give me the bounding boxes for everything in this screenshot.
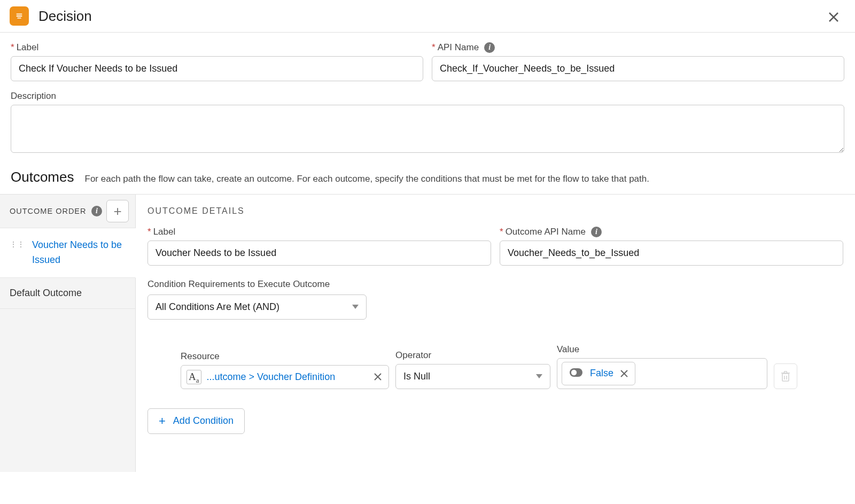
text-type-icon: Aa xyxy=(186,370,201,384)
info-icon[interactable]: i xyxy=(484,42,495,53)
operator-value: Is Null xyxy=(403,371,430,382)
sidebar-item-default-outcome[interactable]: Default Outcome xyxy=(0,278,135,309)
svg-rect-12 xyxy=(782,374,789,381)
info-icon[interactable]: i xyxy=(91,206,102,216)
condition-requirements-value: All Conditions Are Met (AND) xyxy=(156,301,279,313)
value-pill[interactable]: False xyxy=(562,362,635,385)
condition-requirements-select[interactable]: All Conditions Are Met (AND) xyxy=(147,294,367,320)
decision-icon xyxy=(10,6,29,26)
modal-header: Decision xyxy=(0,0,855,33)
operator-column-label: Operator xyxy=(395,350,550,361)
svg-point-9 xyxy=(571,369,577,375)
outcomes-title: Outcomes xyxy=(11,169,74,185)
outcome-api-name-field-label: *Outcome API Name i xyxy=(500,227,843,237)
drag-handle-icon[interactable]: ⋮⋮ xyxy=(10,242,25,246)
label-input[interactable] xyxy=(11,56,423,81)
close-icon xyxy=(620,369,628,378)
plus-icon: + xyxy=(159,415,166,427)
value-text: False xyxy=(590,368,613,379)
plus-icon: + xyxy=(113,204,121,218)
add-condition-button[interactable]: + Add Condition xyxy=(147,408,245,434)
trash-icon xyxy=(780,370,791,382)
description-field-label: Description xyxy=(11,91,844,102)
outcome-label-input[interactable] xyxy=(147,241,491,266)
clear-resource-button[interactable] xyxy=(372,373,383,381)
outcome-details: OUTCOME DETAILS *Label *Outcome API Name… xyxy=(136,195,855,472)
clear-value-button[interactable] xyxy=(619,369,629,378)
sidebar-item-label[interactable]: Default Outcome xyxy=(10,288,82,299)
resource-value: ...utcome > Voucher Definition xyxy=(207,371,367,383)
resource-column-label: Resource xyxy=(181,351,389,362)
value-input[interactable]: False xyxy=(557,358,767,389)
label-field-label: *Label xyxy=(11,42,423,53)
decision-form: *Label *API Name i Description xyxy=(0,33,855,155)
outcome-order-label: OUTCOME ORDER xyxy=(10,207,87,215)
modal-title: Decision xyxy=(38,8,92,25)
outcomes-hint: For each path the flow can take, create … xyxy=(85,174,649,184)
sidebar-item-label[interactable]: Voucher Needs to be Issued xyxy=(32,238,128,268)
chevron-down-icon xyxy=(352,305,359,309)
add-outcome-button[interactable]: + xyxy=(106,200,129,222)
outcome-details-heading: OUTCOME DETAILS xyxy=(147,206,843,216)
api-name-input[interactable] xyxy=(432,56,844,81)
value-column-label: Value xyxy=(557,344,767,355)
toggle-icon xyxy=(568,367,585,381)
close-icon xyxy=(828,11,840,23)
outcomes-heading: Outcomes For each path the flow can take… xyxy=(0,169,855,194)
condition-row: Resource Aa ...utcome > Voucher Definiti… xyxy=(147,344,843,389)
outcome-api-name-input[interactable] xyxy=(500,241,843,266)
operator-select[interactable]: Is Null xyxy=(395,364,550,389)
chevron-down-icon xyxy=(536,374,542,378)
delete-condition-button xyxy=(774,363,797,389)
info-icon[interactable]: i xyxy=(591,227,602,237)
condition-requirements-label: Condition Requirements to Execute Outcom… xyxy=(147,277,367,291)
close-icon xyxy=(374,373,382,381)
outcomes-body: OUTCOME ORDER i + ⋮⋮ Voucher Needs to be… xyxy=(0,194,855,472)
outcome-order-sidebar: OUTCOME ORDER i + ⋮⋮ Voucher Needs to be… xyxy=(0,195,136,472)
close-button[interactable] xyxy=(824,7,843,27)
description-input[interactable] xyxy=(11,105,844,153)
add-condition-label: Add Condition xyxy=(173,415,234,427)
api-name-field-label: *API Name i xyxy=(432,42,844,53)
resource-picker[interactable]: Aa ...utcome > Voucher Definition xyxy=(181,365,389,389)
outcome-label-field-label: *Label xyxy=(147,227,491,237)
sidebar-item-outcome[interactable]: ⋮⋮ Voucher Needs to be Issued xyxy=(0,228,136,278)
